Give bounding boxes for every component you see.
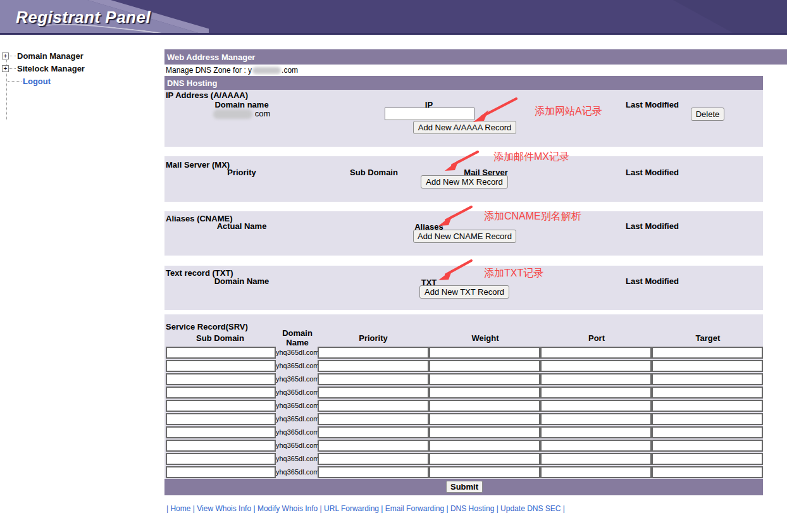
srv-weight-input[interactable] — [429, 373, 540, 385]
expand-plus-icon[interactable]: + — [2, 53, 9, 59]
srv-sub-domain-input[interactable] — [166, 387, 276, 399]
srv-target-input[interactable] — [652, 400, 763, 412]
mx-record-annotation: 添加邮件MX记录 — [493, 151, 569, 164]
submit-button[interactable]: Submit — [446, 481, 483, 493]
add-txt-record-button[interactable]: Add New TXT Record — [419, 285, 509, 299]
srv-priority-input[interactable] — [318, 360, 429, 372]
srv-priority-input[interactable] — [318, 466, 429, 478]
srv-target-input[interactable] — [652, 387, 763, 399]
sidebar-item-label[interactable]: Domain Manager — [17, 51, 84, 61]
footer-link-email-forwarding[interactable]: Email Forwarding — [385, 504, 444, 513]
srv-rows: yhq365dl.com yhq365dl.com yhq365dl.com — [164, 346, 763, 479]
footer-separator: | — [379, 504, 385, 513]
srv-target-input[interactable] — [652, 466, 763, 478]
footer-links: | Home | View Whois Info | Modify Whois … — [164, 504, 787, 513]
footer-link-home[interactable]: Home — [170, 504, 190, 513]
srv-priority-input[interactable] — [318, 387, 429, 399]
txt-domain-name-header: Domain Name — [178, 276, 305, 286]
srv-col-target: Target — [645, 333, 771, 343]
txt-record-section: Text record (TXT) Domain Name TXT Add Ne… — [164, 266, 763, 310]
srv-port-input[interactable] — [540, 440, 652, 452]
add-cname-record-button[interactable]: Add New CNAME Record — [413, 230, 516, 243]
a-section-title: IP Address (A/AAAA) — [166, 90, 248, 100]
srv-domain-name: yhq365dl.com — [276, 399, 318, 412]
srv-weight-input[interactable] — [429, 347, 540, 359]
expand-plus-icon[interactable]: + — [2, 65, 9, 72]
srv-port-input[interactable] — [540, 426, 652, 438]
srv-port-input[interactable] — [540, 347, 652, 359]
txt-last-modified-header: Last Modified — [589, 276, 716, 286]
srv-port-input[interactable] — [540, 413, 652, 425]
srv-priority-input[interactable] — [318, 453, 429, 465]
srv-sub-domain-input[interactable] — [166, 440, 276, 452]
srv-target-input[interactable] — [652, 373, 763, 385]
sidebar-item-sitelock-manager[interactable]: + Sitelock Manager — [2, 62, 161, 75]
srv-weight-input[interactable] — [429, 426, 540, 438]
srv-port-input[interactable] — [540, 373, 652, 385]
srv-sub-domain-input[interactable] — [166, 413, 276, 425]
footer-link-update-dns-sec[interactable]: Update DNS SEC — [500, 504, 561, 513]
redacted-domain-blur — [252, 67, 281, 74]
srv-priority-input[interactable] — [318, 440, 429, 452]
footer-link-modify-whois-info[interactable]: Modify Whois Info — [257, 504, 318, 513]
srv-sub-domain-input[interactable] — [166, 360, 276, 372]
sidebar-item-domain-manager[interactable]: + Domain Manager — [2, 49, 161, 62]
srv-weight-input[interactable] — [429, 413, 540, 425]
sidebar-item-label[interactable]: Sitelock Manager — [17, 64, 85, 73]
srv-col-weight: Weight — [422, 333, 548, 343]
srv-sub-domain-input[interactable] — [166, 347, 276, 359]
srv-weight-input[interactable] — [429, 400, 540, 412]
srv-priority-input[interactable] — [318, 413, 429, 425]
srv-row: yhq365dl.com — [164, 426, 763, 439]
srv-port-input[interactable] — [540, 453, 652, 465]
footer-link-dns-hosting[interactable]: DNS Hosting — [450, 504, 494, 513]
footer-separator: | — [251, 504, 257, 513]
srv-row: yhq365dl.com — [164, 386, 763, 399]
srv-domain-name: yhq365dl.com — [276, 426, 318, 439]
srv-target-input[interactable] — [652, 426, 763, 438]
srv-priority-input[interactable] — [318, 400, 429, 412]
srv-priority-input[interactable] — [318, 347, 429, 359]
web-address-manager-bar: Web Address Manager — [164, 49, 787, 65]
delete-a-record-button[interactable]: Delete — [691, 108, 724, 121]
srv-target-input[interactable] — [652, 440, 763, 452]
tree-connector — [9, 68, 16, 69]
footer-link-url-forwarding[interactable]: URL Forwarding — [324, 504, 379, 513]
srv-target-input[interactable] — [652, 453, 763, 465]
footer-link-view-whois-info[interactable]: View Whois Info — [197, 504, 251, 513]
sidebar-item-logout[interactable]: Logout — [2, 75, 161, 87]
footer-separator: | — [444, 504, 450, 513]
add-a-record-button[interactable]: Add New A/AAAA Record — [413, 121, 516, 134]
srv-sub-domain-input[interactable] — [166, 466, 276, 478]
srv-sub-domain-input[interactable] — [166, 373, 276, 385]
add-mx-record-button[interactable]: Add New MX Record — [421, 175, 508, 189]
srv-sub-domain-input[interactable] — [166, 453, 276, 465]
srv-port-input[interactable] — [540, 466, 652, 478]
srv-priority-input[interactable] — [318, 426, 429, 438]
srv-domain-name: yhq365dl.com — [276, 346, 318, 359]
srv-domain-name: yhq365dl.com — [276, 359, 318, 373]
a-ip-input[interactable] — [385, 108, 474, 120]
srv-weight-input[interactable] — [429, 466, 540, 478]
srv-weight-input[interactable] — [429, 387, 540, 399]
srv-weight-input[interactable] — [429, 440, 540, 452]
srv-port-input[interactable] — [540, 387, 652, 399]
logout-link[interactable]: Logout — [23, 77, 51, 86]
srv-port-input[interactable] — [540, 360, 652, 372]
srv-target-input[interactable] — [652, 360, 763, 372]
srv-sub-domain-input[interactable] — [166, 400, 276, 412]
submit-bar: Submit — [164, 479, 763, 495]
footer-separator: | — [494, 504, 500, 513]
srv-target-input[interactable] — [652, 413, 763, 425]
srv-weight-input[interactable] — [429, 453, 540, 465]
mx-sub-domain-header: Sub Domain — [311, 168, 437, 177]
srv-target-input[interactable] — [652, 347, 763, 359]
web-address-manager-title: Web Address Manager — [167, 53, 255, 62]
a-domain-value-suffix: com — [255, 109, 271, 118]
srv-weight-input[interactable] — [429, 360, 540, 372]
srv-port-input[interactable] — [540, 400, 652, 412]
manage-zone-text: Manage DNS Zone for : y — [166, 66, 252, 75]
srv-priority-input[interactable] — [318, 373, 429, 385]
srv-sub-domain-input[interactable] — [166, 426, 276, 438]
app-header: Registrant Panel — [0, 0, 787, 35]
